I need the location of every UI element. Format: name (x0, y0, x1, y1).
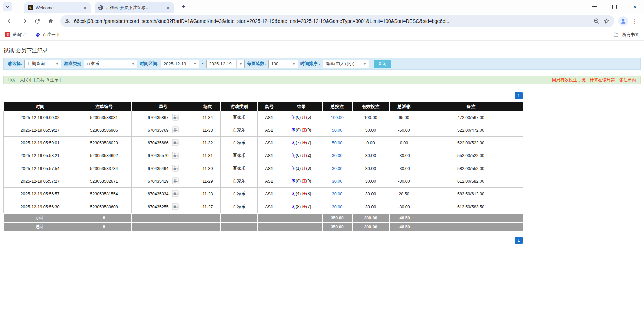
zoom-indicator-button[interactable] (592, 16, 602, 26)
player-label: 闲 (291, 115, 296, 120)
total-bet-link[interactable]: 30.00 (332, 192, 342, 196)
date-start-dropdown[interactable]: 2025-12-19 (161, 60, 199, 68)
cell-round-id: 670435494 (132, 162, 195, 175)
video-replay-icon[interactable] (172, 190, 179, 198)
home-button[interactable] (45, 15, 56, 27)
cell-round-id: 670435769 (132, 124, 195, 137)
game-kind-dropdown[interactable]: 百家乐 (84, 60, 137, 68)
total-bet-link[interactable]: 30.00 (332, 179, 342, 184)
back-button[interactable] (5, 15, 16, 27)
bookmark-star-button[interactable] (602, 16, 612, 26)
triangle-down-icon (292, 63, 295, 65)
cell-game-kind: 百家乐 (221, 200, 258, 214)
column-header: 游戏类别 (221, 102, 258, 111)
cell-bet-id: 523053586020 (77, 137, 132, 149)
summary-cell (195, 222, 221, 231)
summary-cell (132, 222, 195, 231)
video-replay-icon[interactable] (172, 139, 179, 147)
window-maximize-button[interactable] (611, 3, 618, 10)
cell-time: 2025-12-19 05:58:21 (4, 149, 77, 162)
query-type-dropdown[interactable]: 日期查询 (24, 60, 61, 68)
sort-label: 时间排序 : (300, 61, 320, 67)
date-end-dropdown[interactable]: 2025-12-19 (206, 60, 245, 68)
summary-cell: -46.50 (389, 213, 419, 222)
cell-total-bet: 100.00 (322, 111, 352, 124)
cell-round-id: 670435570 (132, 149, 195, 162)
tab-close-icon[interactable]: × (166, 5, 170, 11)
dropdown-arrow-button[interactable] (129, 60, 137, 68)
column-header: 局号 (132, 102, 195, 111)
cell-remark: 552.00/522.00 (419, 149, 523, 162)
cell-result: 闲(6) 庄(2) (281, 149, 322, 162)
cell-remark: 583.50/612.00 (419, 188, 523, 200)
folder-icon (613, 32, 619, 38)
site-info-icon[interactable] (64, 18, 70, 24)
new-tab-button[interactable]: + (179, 2, 188, 11)
cell-total-bet: 30.00 (322, 175, 352, 188)
cell-session: 11-29 (195, 175, 221, 188)
banker-label: 庄 (302, 128, 306, 132)
date-end-value: 2025-12-19 (207, 60, 236, 68)
total-bet-link[interactable]: 30.00 (332, 153, 342, 158)
cell-valid-bet: 100.00 (352, 111, 389, 124)
total-bet-link[interactable]: 100.00 (331, 115, 343, 120)
address-bar[interactable]: 66cxkj98.com/game/betrecord_search/kind3… (60, 15, 614, 27)
forward-button[interactable] (18, 15, 30, 27)
profile-avatar[interactable] (618, 16, 628, 26)
select-label: 请选择: (8, 61, 22, 67)
round-number: 670435494 (148, 166, 169, 171)
cell-total-bet: 30.00 (322, 149, 352, 162)
window-close-button[interactable]: × (631, 3, 638, 10)
cell-table-no: AS1 (258, 200, 281, 214)
video-replay-icon[interactable] (172, 165, 179, 173)
total-bet-link[interactable]: 50.00 (332, 128, 342, 133)
banker-label: 庄 (302, 153, 306, 158)
tab-welcome[interactable]: ♞ Welcome × (24, 2, 91, 13)
dropdown-arrow-button[interactable] (361, 60, 369, 68)
bookmark-taobao[interactable]: 淘 爱淘宝 (5, 32, 26, 38)
zoom-out-icon (593, 18, 600, 25)
cell-time: 2025-12-19 05:59:01 (4, 137, 77, 149)
dropdown-arrow-button[interactable] (191, 60, 199, 68)
browser-menu-button[interactable]: ⋮ (630, 16, 639, 26)
tab-betrecord[interactable]: :::视讯 会员下注纪录::: × (95, 2, 174, 13)
dropdown-arrow-button[interactable] (53, 60, 61, 68)
total-bet-link[interactable]: 50.00 (332, 141, 342, 145)
player-score: (8) (296, 128, 301, 132)
video-replay-icon[interactable] (172, 152, 179, 160)
cell-remark: 472.00/567.00 (419, 111, 523, 124)
video-replay-icon[interactable] (172, 203, 179, 211)
query-button[interactable]: 查询 (374, 60, 391, 68)
summary-cell: 350.00 (322, 213, 352, 222)
cell-round-id: 670435867 (132, 111, 195, 124)
cell-payout: 95.00 (389, 111, 419, 124)
cell-table-no: AS1 (258, 175, 281, 188)
total-bet-link[interactable]: 30.00 (332, 205, 342, 209)
cell-total-bet: 30.00 (322, 188, 352, 200)
summary-cell: 8 (77, 213, 132, 222)
page-1-button[interactable]: 1 (515, 237, 523, 244)
video-replay-icon[interactable] (172, 177, 179, 185)
cell-game-kind: 百家乐 (221, 111, 258, 124)
player-score: (8) (296, 204, 301, 209)
total-bet-link[interactable]: 30.00 (332, 166, 342, 171)
window-minimize-button[interactable] (591, 3, 598, 10)
dropdown-arrow-button[interactable] (290, 60, 298, 68)
page-1-button[interactable]: 1 (515, 92, 523, 99)
summary-cell (132, 213, 195, 222)
cell-payout: 0.00 (389, 137, 419, 149)
cell-result: 闲(8) 庄(7) (281, 200, 322, 214)
video-replay-icon[interactable] (172, 114, 179, 122)
cell-remark: 522.00/522.00 (419, 137, 523, 149)
dropdown-arrow-button[interactable] (236, 60, 244, 68)
video-replay-icon[interactable] (172, 126, 179, 134)
banker-score: (8) (306, 191, 311, 196)
reload-button[interactable] (32, 15, 43, 27)
bookmark-baidu[interactable]: 百度一下 (35, 32, 60, 38)
all-bookmarks-button[interactable]: 所有书签 (607, 32, 639, 38)
tab-close-icon[interactable]: × (83, 5, 87, 11)
summary-cell: 8 (77, 222, 132, 231)
tab-search-button[interactable] (3, 2, 12, 11)
per-page-dropdown[interactable]: 100 (268, 60, 298, 68)
sort-dropdown[interactable]: 降冪(由大到小) (323, 60, 369, 68)
